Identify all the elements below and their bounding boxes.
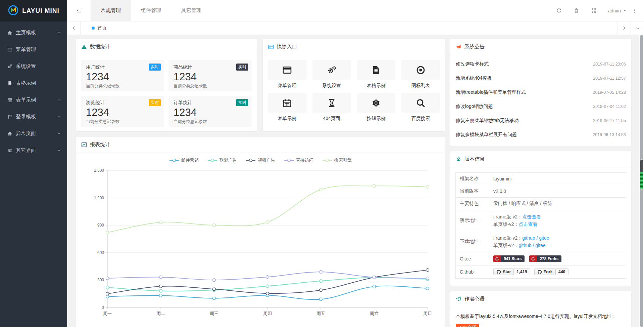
sidebar-item-3[interactable]: 表格示例 bbox=[0, 75, 67, 91]
link-github[interactable]: github bbox=[522, 235, 535, 241]
shortcut-0[interactable]: 菜单管理 bbox=[268, 60, 306, 89]
tabs-scroll-right-button[interactable] bbox=[617, 22, 631, 35]
card-header: 报表统计 bbox=[76, 137, 445, 153]
version-label: Github bbox=[456, 265, 489, 279]
layui-doc-badge[interactable]: layui文档 bbox=[456, 324, 479, 327]
svg-text:1,500: 1,500 bbox=[94, 168, 104, 173]
shortcut-1[interactable]: 系统设置 bbox=[312, 60, 351, 89]
flag-icon bbox=[7, 114, 12, 119]
legend-item-3[interactable]: 直接访问 bbox=[284, 157, 313, 163]
refresh-icon bbox=[556, 8, 562, 13]
card-title: 数据统计 bbox=[90, 44, 110, 50]
legend-item-1[interactable]: 联盟广告 bbox=[207, 157, 237, 163]
stat-label: 用户统计 bbox=[86, 64, 159, 70]
github-Star-button[interactable]: Star bbox=[493, 269, 514, 275]
shortcut-label: 表单示例 bbox=[268, 116, 306, 122]
page-tab-0[interactable]: 首页 bbox=[81, 22, 118, 35]
gitee-badge[interactable]: G941 Stars bbox=[493, 255, 525, 262]
legend-item-4[interactable]: 搜索引擎 bbox=[322, 157, 352, 163]
header-actions: admin bbox=[550, 0, 644, 21]
notice-item-4[interactable]: 修复左侧菜单缩放tab无法移动 2019-06-17 11:55 bbox=[456, 114, 626, 128]
header-tab-0[interactable]: 常规管理 bbox=[91, 0, 131, 21]
version-row-1: 当前版本v2.0.0 bbox=[456, 185, 626, 198]
shortcut-label: 404页面 bbox=[312, 116, 351, 122]
clear-cache-button[interactable] bbox=[568, 8, 585, 13]
paper-plane-icon bbox=[456, 296, 461, 302]
chart-canvas[interactable]: 03006009001,2001,500周一周二周三周四周五周六周日 bbox=[81, 164, 440, 327]
notice-item-0[interactable]: 修改选项卡样式 2019-07-11 23:06 bbox=[456, 57, 626, 71]
legend-item-0[interactable]: 邮件营销 bbox=[169, 157, 199, 163]
card-header: 快捷入口 bbox=[263, 39, 445, 55]
gitee-badge-label: 278 Forks bbox=[537, 255, 561, 262]
stat-label: 商品统计 bbox=[174, 64, 247, 70]
link-点击查看[interactable]: 点击查看 bbox=[522, 214, 541, 219]
user-menu[interactable]: admin bbox=[608, 8, 627, 13]
scrollbar-track[interactable] bbox=[639, 35, 644, 327]
notice-item-3[interactable]: 修改logo缩放问题 2019-07-04 11:02 bbox=[456, 99, 626, 114]
gitee-icon: G bbox=[529, 255, 537, 262]
shortcut-5[interactable]: 404页面 bbox=[312, 93, 351, 122]
trash-icon bbox=[574, 8, 579, 13]
caret-down-icon bbox=[623, 9, 627, 12]
sidebar-item-7[interactable]: 其它界面 bbox=[0, 142, 67, 159]
stat-box-1: 商品统计 实时 1234 当前分类总记录数 bbox=[168, 60, 252, 91]
scrollbar-thumb[interactable] bbox=[640, 159, 643, 190]
github-count[interactable]: 1,419 bbox=[514, 269, 530, 275]
stat-value: 1234 bbox=[86, 71, 159, 83]
shortcut-6[interactable]: 按钮示例 bbox=[357, 93, 396, 122]
link-gitee[interactable]: gitee bbox=[539, 235, 549, 241]
notice-date: 2019-07-04 11:02 bbox=[593, 104, 626, 109]
notice-date: 2019-06-13 14:53 bbox=[593, 132, 626, 137]
legend-marker bbox=[322, 158, 332, 163]
sidebar-toggle-button[interactable] bbox=[67, 0, 91, 21]
stat-label: 订单统计 bbox=[174, 100, 247, 106]
notice-date: 2019-07-11 23:06 bbox=[593, 62, 626, 67]
tabs-dropdown-button[interactable] bbox=[631, 22, 644, 35]
sidebar-item-2[interactable]: 系统设置 bbox=[0, 58, 67, 75]
card-header: 版本信息 bbox=[450, 151, 631, 167]
calendar-icon bbox=[282, 98, 292, 108]
window-icon bbox=[7, 47, 12, 52]
username: admin bbox=[608, 8, 621, 13]
notice-item-5[interactable]: 修复多模块菜单栏展开有问题 2019-06-13 14:53 bbox=[456, 128, 626, 142]
link-github[interactable]: github bbox=[518, 243, 531, 248]
tabs-scroll-left-button[interactable] bbox=[67, 22, 81, 35]
sidebar-item-label: 主页模板 bbox=[16, 30, 57, 36]
sidebar-item-6[interactable]: 异常页面 bbox=[0, 125, 67, 142]
file-icon bbox=[7, 81, 12, 86]
shortcut-2[interactable]: 表格示例 bbox=[357, 60, 396, 89]
notice-date: 2019-07-05 14:28 bbox=[593, 90, 626, 95]
line-chart: 03006009001,2001,500周一周二周三周四周五周六周日 bbox=[76, 164, 445, 327]
legend-label: 直接访问 bbox=[296, 157, 313, 163]
version-label: Gitee bbox=[456, 252, 489, 265]
fullscreen-button[interactable] bbox=[585, 8, 603, 13]
gitee-badge[interactable]: G278 Forks bbox=[529, 255, 561, 262]
link-点击查看[interactable]: 点击查看 bbox=[518, 221, 537, 227]
hourglass-icon bbox=[327, 98, 337, 108]
sidebar-item-1[interactable]: 菜单管理 bbox=[0, 41, 67, 58]
card-shortcuts: 快捷入口 菜单管理 系统设置 表格示例 图标列表 表单示例 404页面 按钮示例… bbox=[263, 39, 445, 131]
link-gitee[interactable]: gitee bbox=[535, 243, 545, 248]
svg-text:900: 900 bbox=[97, 223, 104, 228]
header-tab-2[interactable]: 其它管理 bbox=[171, 0, 211, 21]
more-menu-button[interactable] bbox=[630, 8, 639, 13]
version-label: 主要特色 bbox=[456, 198, 489, 210]
stat-caption: 当前分类总记录数 bbox=[174, 119, 247, 125]
sidebar-item-5[interactable]: 登录模板 bbox=[0, 108, 67, 125]
sidebar-item-0[interactable]: 主页模板 bbox=[0, 24, 67, 41]
shortcut-7[interactable]: 百度搜索 bbox=[401, 93, 440, 122]
sidebar-item-4[interactable]: 表单示例 bbox=[0, 91, 67, 108]
shortcut-4[interactable]: 表单示例 bbox=[268, 93, 306, 122]
legend-item-2[interactable]: 视频广告 bbox=[246, 157, 275, 163]
header-nav-tabs: 常规管理组件管理其它管理 bbox=[91, 0, 211, 21]
refresh-button[interactable] bbox=[550, 8, 568, 13]
notice-item-1[interactable]: 新增系统404模板 2019-07-11 12:57 bbox=[456, 71, 626, 85]
github-Fork-button[interactable]: Fork bbox=[534, 269, 556, 275]
notice-item-2[interactable]: 新增treetable插件和菜单管理样式 2019-07-05 14:28 bbox=[456, 85, 626, 99]
shortcut-3[interactable]: 图标列表 bbox=[401, 60, 440, 89]
version-label: 当前版本 bbox=[456, 185, 489, 198]
notice-text: 新增treetable插件和菜单管理样式 bbox=[456, 89, 526, 95]
version-row-4: 下载地址iframe版-v2：github / gitee单页版-v2：gith… bbox=[456, 231, 626, 252]
header-tab-1[interactable]: 组件管理 bbox=[131, 0, 171, 21]
github-count[interactable]: 440 bbox=[556, 269, 568, 275]
